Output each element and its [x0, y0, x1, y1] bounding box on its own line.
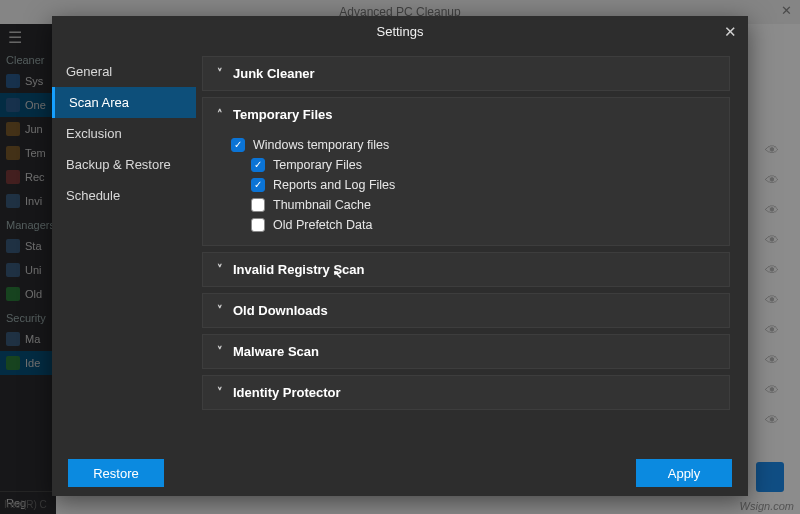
close-icon[interactable]: ✕: [720, 22, 740, 42]
section-label: Old Downloads: [233, 303, 328, 318]
settings-modal-overlay: Settings ✕ GeneralScan AreaExclusionBack…: [0, 0, 800, 514]
section-label: Invalid Registry Scan: [233, 262, 365, 277]
checkbox-row[interactable]: Windows temporary files: [231, 135, 721, 155]
section-header[interactable]: ˅Malware Scan: [203, 335, 729, 368]
checkbox-row[interactable]: Reports and Log Files: [231, 175, 721, 195]
section-body: Windows temporary filesTemporary FilesRe…: [203, 131, 729, 245]
cursor-icon: ↖: [333, 268, 345, 280]
checkbox-label: Thumbnail Cache: [273, 198, 371, 212]
settings-nav-item[interactable]: Schedule: [52, 180, 196, 211]
apply-button[interactable]: Apply: [636, 459, 732, 487]
section-label: Temporary Files: [233, 107, 332, 122]
section-header[interactable]: ˅Old Downloads: [203, 294, 729, 327]
checkbox-label: Reports and Log Files: [273, 178, 395, 192]
section-header[interactable]: ˅Junk Cleaner: [203, 57, 729, 90]
chevron-up-icon: ˄: [215, 108, 225, 121]
settings-nav: GeneralScan AreaExclusionBackup & Restor…: [52, 48, 196, 450]
checkbox[interactable]: [251, 198, 265, 212]
chevron-down-icon: ˅: [215, 345, 225, 358]
settings-nav-item[interactable]: Exclusion: [52, 118, 196, 149]
scan-section: ˅Invalid Registry Scan↖: [202, 252, 730, 287]
checkbox[interactable]: [251, 158, 265, 172]
scan-section: ˄Temporary FilesWindows temporary filesT…: [202, 97, 730, 246]
section-label: Identity Protector: [233, 385, 341, 400]
checkbox-row[interactable]: Temporary Files: [231, 155, 721, 175]
scan-section: ˅Malware Scan: [202, 334, 730, 369]
chevron-down-icon: ˅: [215, 386, 225, 399]
section-header[interactable]: ˄Temporary Files: [203, 98, 729, 131]
checkbox-label: Old Prefetch Data: [273, 218, 372, 232]
section-label: Malware Scan: [233, 344, 319, 359]
restore-button[interactable]: Restore: [68, 459, 164, 487]
settings-footer: Restore Apply: [52, 450, 748, 496]
section-label: Junk Cleaner: [233, 66, 315, 81]
checkbox-label: Temporary Files: [273, 158, 362, 172]
section-header[interactable]: ˅Invalid Registry Scan↖: [203, 253, 729, 286]
scan-section: ˅Identity Protector: [202, 375, 730, 410]
settings-content: ˅Junk Cleaner˄Temporary FilesWindows tem…: [196, 48, 748, 450]
scan-section: ˅Junk Cleaner: [202, 56, 730, 91]
settings-modal-title: Settings ✕: [52, 16, 748, 48]
chevron-down-icon: ˅: [215, 263, 225, 276]
chevron-down-icon: ˅: [215, 67, 225, 80]
checkbox[interactable]: [251, 178, 265, 192]
checkbox-row[interactable]: Old Prefetch Data: [231, 215, 721, 235]
settings-nav-item[interactable]: Backup & Restore: [52, 149, 196, 180]
chevron-down-icon: ˅: [215, 304, 225, 317]
settings-nav-item[interactable]: General: [52, 56, 196, 87]
checkbox[interactable]: [251, 218, 265, 232]
settings-modal: Settings ✕ GeneralScan AreaExclusionBack…: [52, 16, 748, 496]
settings-nav-item[interactable]: Scan Area: [52, 87, 196, 118]
scan-section: ˅Old Downloads: [202, 293, 730, 328]
checkbox-label: Windows temporary files: [253, 138, 389, 152]
checkbox[interactable]: [231, 138, 245, 152]
checkbox-row[interactable]: Thumbnail Cache: [231, 195, 721, 215]
section-header[interactable]: ˅Identity Protector: [203, 376, 729, 409]
